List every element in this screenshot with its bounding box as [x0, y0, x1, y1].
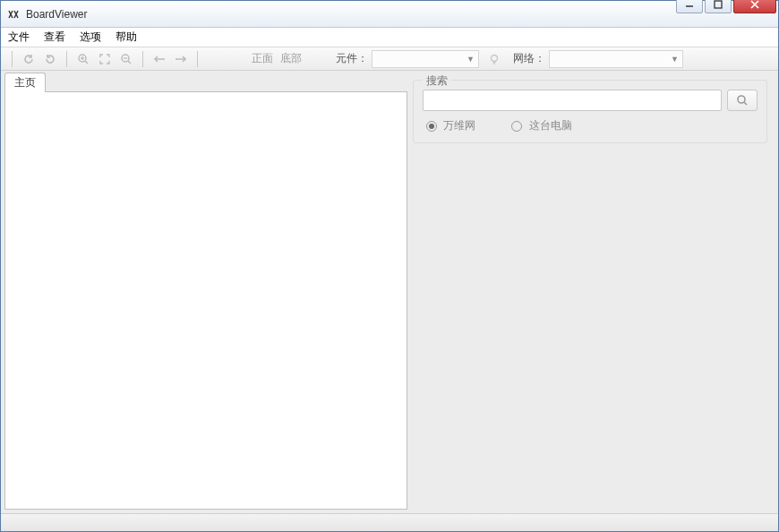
- chevron-down-icon: ▼: [467, 55, 475, 64]
- titlebar: BoardViewer: [1, 1, 778, 28]
- app-icon: [6, 7, 21, 21]
- tab-content: [4, 91, 407, 510]
- lightbulb-icon[interactable]: [486, 51, 502, 67]
- chevron-down-icon: ▼: [671, 55, 679, 64]
- search-group: 搜索 万维网 这台电脑: [413, 80, 767, 143]
- network-combo[interactable]: ▼: [549, 50, 683, 68]
- svg-point-9: [492, 55, 498, 61]
- radio-icon: [426, 121, 437, 132]
- menu-file[interactable]: 文件: [8, 30, 30, 45]
- maximize-button[interactable]: [705, 0, 732, 13]
- toolbar-front-label[interactable]: 正面: [252, 51, 273, 66]
- search-icon: [736, 94, 749, 107]
- rotate-right-icon[interactable]: [41, 50, 59, 68]
- menu-options[interactable]: 选项: [80, 30, 101, 45]
- zoom-out-icon[interactable]: [117, 50, 135, 68]
- search-button[interactable]: [727, 90, 758, 111]
- statusbar: [1, 513, 778, 531]
- left-panel: 主页: [4, 74, 407, 510]
- tabstrip: 主页: [4, 74, 407, 92]
- radio-icon: [511, 121, 522, 132]
- network-label: 网络：: [513, 51, 545, 66]
- component-combo[interactable]: ▼: [372, 50, 479, 68]
- right-panel: 搜索 万维网 这台电脑: [413, 74, 775, 510]
- rotate-left-icon[interactable]: [20, 50, 38, 68]
- menu-help[interactable]: 帮助: [116, 30, 137, 45]
- close-button[interactable]: [733, 0, 776, 13]
- svg-rect-1: [715, 1, 722, 8]
- zoom-in-icon[interactable]: [74, 50, 92, 68]
- menubar: 文件 查看 选项 帮助: [1, 28, 778, 47]
- arrow-left-icon[interactable]: [150, 50, 168, 68]
- minimize-button[interactable]: [676, 0, 703, 13]
- svg-line-7: [128, 61, 131, 64]
- component-label: 元件：: [336, 51, 368, 66]
- app-window: BoardViewer 文件 查看 选项 帮助: [0, 0, 779, 532]
- radio-local-label: 这台电脑: [529, 119, 572, 132]
- main-body: 主页 搜索 万维网: [1, 71, 778, 513]
- search-input[interactable]: [423, 90, 722, 111]
- fit-screen-icon[interactable]: [96, 50, 114, 68]
- toolbar: 正面 底部 元件： ▼ 网络： ▼: [1, 47, 778, 71]
- window-controls: [674, 0, 776, 13]
- radio-local-option[interactable]: 这台电脑: [511, 118, 571, 133]
- radio-web-label: 万维网: [443, 119, 475, 132]
- arrow-right-icon[interactable]: [172, 50, 190, 68]
- tab-home[interactable]: 主页: [4, 73, 46, 92]
- svg-line-13: [744, 102, 747, 105]
- svg-point-12: [738, 96, 745, 103]
- search-legend: 搜索: [423, 73, 451, 89]
- toolbar-bottom-label[interactable]: 底部: [280, 51, 302, 66]
- radio-web-option[interactable]: 万维网: [426, 118, 475, 133]
- window-title: BoardViewer: [26, 8, 87, 21]
- svg-line-3: [85, 61, 88, 64]
- menu-view[interactable]: 查看: [44, 30, 65, 45]
